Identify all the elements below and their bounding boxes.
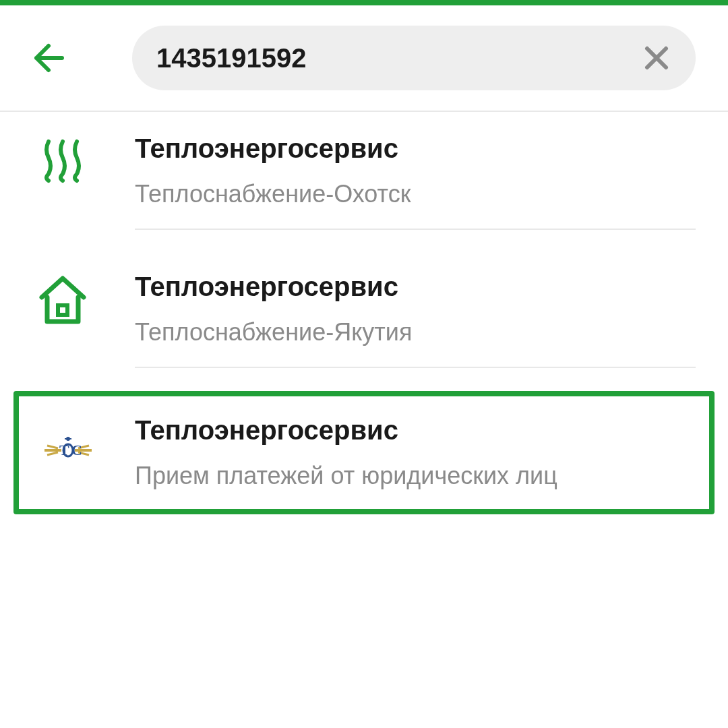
arrow-left-icon [32, 42, 65, 74]
svg-text:С: С [71, 442, 82, 458]
list-item-subtitle: Теплоснабжение-Якутия [135, 318, 696, 346]
list-item-subtitle: Теплоснабжение-Охотск [135, 180, 696, 208]
results-list: Теплоэнергосервис Теплоснабжение-Охотск … [0, 112, 728, 514]
svg-rect-0 [58, 305, 67, 315]
search-container [132, 26, 696, 90]
list-item-content: Теплоэнергосервис Прием платежей от юрид… [135, 415, 690, 490]
house-icon [32, 272, 93, 332]
search-input[interactable] [156, 43, 642, 73]
header [0, 5, 728, 112]
clear-button[interactable] [642, 43, 671, 73]
list-item-content: Теплоэнергосервис Теплоснабжение-Охотск [135, 133, 696, 230]
list-item-title: Теплоэнергосервис [135, 415, 690, 446]
list-item[interactable]: Теплоэнергосервис Теплоснабжение-Якутия [0, 250, 728, 388]
heat-icon [32, 133, 93, 194]
back-button[interactable] [32, 42, 65, 74]
list-item-title: Теплоэнергосервис [135, 272, 696, 302]
list-item-subtitle: Прием платежей от юридических лиц [135, 462, 690, 490]
list-item-highlighted[interactable]: Т С Теплоэнергосервис Прием платежей от … [13, 391, 715, 514]
list-item-title: Теплоэнергосервис [135, 133, 696, 164]
close-icon [644, 46, 669, 70]
status-bar [0, 0, 728, 5]
list-item-content: Теплоэнергосервис Теплоснабжение-Якутия [135, 272, 696, 368]
company-logo-icon: Т С [38, 415, 98, 476]
list-item[interactable]: Теплоэнергосервис Теплоснабжение-Охотск [0, 112, 728, 250]
